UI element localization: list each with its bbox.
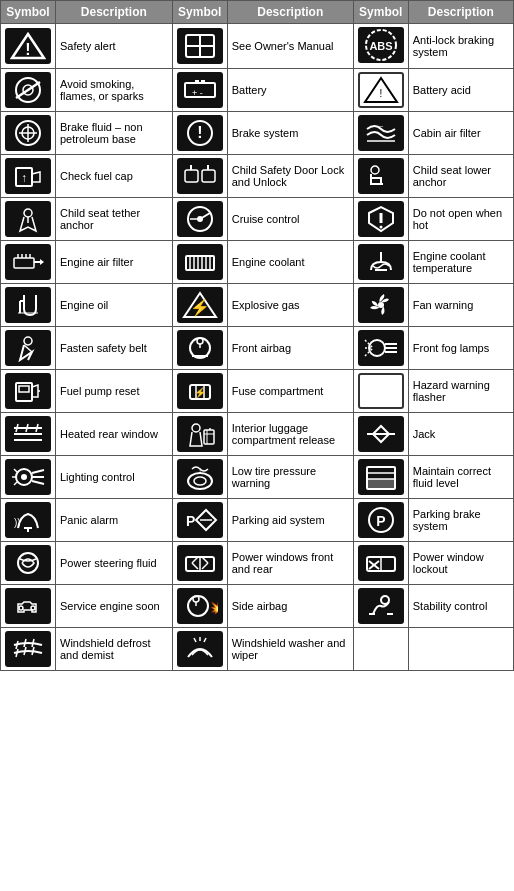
svg-text:!: ! <box>379 88 382 99</box>
desc-cell: Windshield defrost and demist <box>56 628 173 671</box>
symbol-cell: )) <box>1 499 56 542</box>
desc-cell: Stability control <box>408 585 513 628</box>
symbol-cell <box>172 327 227 370</box>
svg-text:P: P <box>376 513 385 529</box>
desc-cell: Front fog lamps <box>408 327 513 370</box>
desc-cell: Heated rear window <box>56 413 173 456</box>
symbol-cell: + - <box>172 69 227 112</box>
svg-rect-12 <box>201 80 205 83</box>
desc-cell: Cruise control <box>227 198 353 241</box>
svg-point-86 <box>192 424 200 432</box>
desc-cell: Lighting control <box>56 456 173 499</box>
svg-line-138 <box>32 647 34 655</box>
desc-cell: Child seat lower anchor <box>408 155 513 198</box>
symbol-cell <box>172 628 227 671</box>
symbol-cell <box>1 69 56 112</box>
symbol-cell <box>172 413 227 456</box>
desc-cell: See Owner's Manual <box>227 24 353 69</box>
desc-cell: Power windows front and rear <box>227 542 353 585</box>
svg-text:↑: ↑ <box>21 171 27 185</box>
symbol-cell <box>1 628 56 671</box>
desc-cell: Fan warning <box>408 284 513 327</box>
symbol-cell <box>1 370 56 413</box>
symbol-cell <box>1 456 56 499</box>
svg-rect-26 <box>185 170 198 182</box>
desc-cell: Engine coolant temperature <box>408 241 513 284</box>
symbol-cell <box>353 542 408 585</box>
symbol-cell: ~ <box>353 112 408 155</box>
svg-text:P: P <box>186 513 195 529</box>
desc-cell: Engine air filter <box>56 241 173 284</box>
symbol-cell <box>353 585 408 628</box>
svg-point-59 <box>24 337 32 345</box>
desc-cell: Brake system <box>227 112 353 155</box>
svg-point-38 <box>379 226 382 229</box>
svg-line-85 <box>36 424 38 432</box>
svg-text:!: ! <box>379 386 383 402</box>
desc-cell <box>408 628 513 671</box>
symbol-cell: ! <box>353 370 408 413</box>
symbol-cell: ABS <box>353 24 408 69</box>
symbol-cell <box>1 241 56 284</box>
desc-cell: Jack <box>408 413 513 456</box>
svg-point-129 <box>188 596 208 616</box>
svg-text:!: ! <box>197 124 202 141</box>
symbol-cell <box>353 327 408 370</box>
svg-point-128 <box>31 606 35 610</box>
header-desc2: Description <box>227 1 353 24</box>
svg-line-97 <box>32 481 44 484</box>
symbol-cell <box>353 413 408 456</box>
svg-marker-45 <box>40 259 44 265</box>
symbol-cell <box>353 284 408 327</box>
svg-rect-72 <box>19 386 29 392</box>
desc-cell: Parking aid system <box>227 499 353 542</box>
desc-cell: Fuse compartment <box>227 370 353 413</box>
svg-text:⚡: ⚡ <box>190 298 210 317</box>
symbol-cell <box>1 198 56 241</box>
desc-cell: Parking brake system <box>408 499 513 542</box>
desc-cell: Child Safety Door Lock and Unlock <box>227 155 353 198</box>
symbol-cell <box>353 241 408 284</box>
svg-line-84 <box>26 424 28 432</box>
svg-rect-28 <box>202 170 215 182</box>
svg-line-135 <box>32 639 34 647</box>
header-sym3: Symbol <box>353 1 408 24</box>
desc-cell: Cabin air filter <box>408 112 513 155</box>
svg-text:)): )) <box>14 517 21 528</box>
svg-line-134 <box>24 639 26 647</box>
symbol-cell: ! <box>172 456 227 499</box>
symbol-cell <box>1 413 56 456</box>
svg-line-122 <box>202 563 208 569</box>
svg-rect-39 <box>14 258 34 268</box>
symbol-cell <box>1 585 56 628</box>
svg-point-94 <box>21 474 27 480</box>
desc-cell: Fuel pump reset <box>56 370 173 413</box>
desc-cell: Battery acid <box>408 69 513 112</box>
symbol-cell <box>1 327 56 370</box>
svg-text:ABS: ABS <box>369 40 392 52</box>
desc-cell: Engine coolant <box>227 241 353 284</box>
desc-cell: Battery <box>227 69 353 112</box>
svg-point-31 <box>24 209 32 217</box>
svg-text:!: ! <box>25 41 30 58</box>
svg-rect-87 <box>204 430 214 444</box>
desc-cell: Low tire pressure warning <box>227 456 353 499</box>
svg-text:~: ~ <box>378 122 383 131</box>
symbol-cell <box>1 542 56 585</box>
svg-rect-11 <box>195 80 199 83</box>
svg-point-64 <box>369 340 385 356</box>
symbol-cell: ⚡ <box>172 284 227 327</box>
svg-point-102 <box>194 477 206 485</box>
svg-point-132 <box>381 596 389 604</box>
svg-line-35 <box>200 213 210 219</box>
desc-cell: Power steering fluid <box>56 542 173 585</box>
svg-line-95 <box>32 470 44 473</box>
svg-point-116 <box>18 553 38 573</box>
symbol-cell <box>172 241 227 284</box>
desc-cell: Brake fluid – non petroleum base <box>56 112 173 155</box>
desc-cell: Explosive gas <box>227 284 353 327</box>
svg-line-136 <box>16 649 18 657</box>
symbol-cell: P <box>353 499 408 542</box>
svg-line-83 <box>16 424 18 432</box>
symbol-cell <box>1 284 56 327</box>
